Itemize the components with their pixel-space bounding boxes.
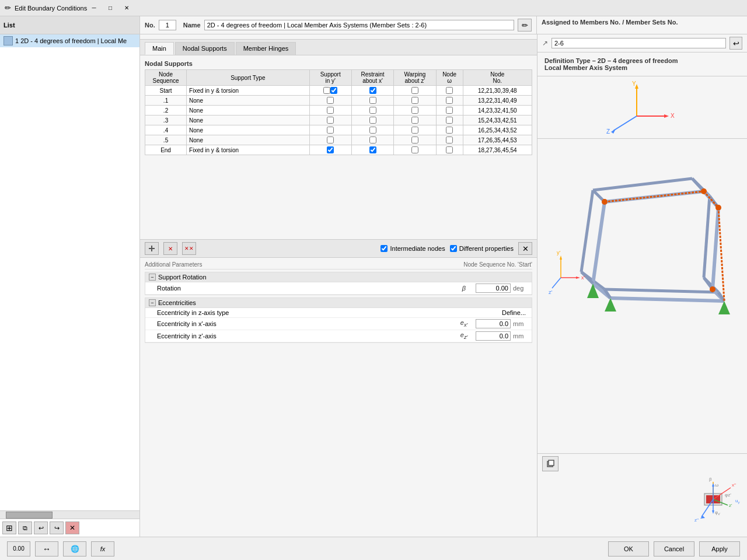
checkbox-rx-start[interactable] bbox=[369, 87, 376, 94]
assigned-edit-button[interactable]: ↩ bbox=[729, 37, 742, 50]
cell-sy-3[interactable] bbox=[309, 116, 351, 125]
checkbox-w-end[interactable] bbox=[446, 146, 453, 153]
cell-rx-start[interactable] bbox=[351, 86, 393, 96]
delete-row2-button[interactable]: ✕✕ bbox=[182, 242, 196, 255]
checkbox-w-1[interactable] bbox=[446, 97, 453, 104]
redo-button[interactable]: ↪ bbox=[50, 522, 64, 534]
tab-member-hinges[interactable]: Member Hinges bbox=[236, 42, 296, 55]
checkbox-rz-start[interactable] bbox=[411, 87, 418, 94]
checkbox-rx-1[interactable] bbox=[369, 97, 376, 104]
cell-w-1[interactable] bbox=[436, 96, 463, 106]
toolbar-close-button[interactable]: ✕ bbox=[518, 242, 532, 255]
cell-w-3[interactable] bbox=[436, 116, 463, 125]
checkbox-sy-3[interactable] bbox=[327, 117, 334, 124]
close-button[interactable]: ✕ bbox=[120, 2, 134, 14]
cell-nodes-3: 15,24,33,42,51 bbox=[463, 116, 532, 125]
cell-sy-start[interactable] bbox=[309, 86, 351, 96]
eccen-z-input[interactable] bbox=[476, 331, 511, 341]
checkbox-rz-4[interactable] bbox=[411, 127, 418, 134]
different-properties-label[interactable]: Different properties bbox=[450, 245, 514, 252]
delete-item-button[interactable]: ✕ bbox=[65, 522, 79, 534]
edit-name-button[interactable]: ✏ bbox=[518, 19, 532, 32]
copy-view-button[interactable] bbox=[542, 456, 558, 471]
checkbox-rz-end[interactable] bbox=[411, 146, 418, 153]
move-button[interactable] bbox=[145, 242, 159, 255]
cell-w-4[interactable] bbox=[436, 125, 463, 135]
undo-button[interactable]: ↩ bbox=[34, 522, 48, 534]
checkbox-sy-end[interactable] bbox=[327, 146, 334, 153]
maximize-button[interactable]: □ bbox=[103, 2, 117, 14]
rotation-value-input[interactable] bbox=[476, 284, 511, 293]
cell-rz-start[interactable] bbox=[394, 86, 436, 96]
cell-w-end[interactable] bbox=[436, 145, 463, 155]
tab-main[interactable]: Main bbox=[145, 42, 174, 55]
checkbox-sy-2[interactable] bbox=[327, 107, 334, 114]
cell-w-2[interactable] bbox=[436, 106, 463, 116]
checkbox-w-4[interactable] bbox=[446, 127, 453, 134]
minimize-button[interactable]: ─ bbox=[87, 2, 101, 14]
cell-rx-3[interactable] bbox=[351, 116, 393, 125]
cell-nodes-4: 16,25,34,43,52 bbox=[463, 125, 532, 135]
globe-button[interactable]: 🌐 bbox=[63, 541, 86, 556]
cell-sy-5[interactable] bbox=[309, 135, 351, 145]
cell-w-start[interactable] bbox=[436, 86, 463, 96]
copy-item-button[interactable]: ⧉ bbox=[18, 522, 32, 534]
cell-sy-2[interactable] bbox=[309, 106, 351, 116]
delete-row-button[interactable]: ✕ bbox=[163, 242, 177, 255]
checkbox-rx-3[interactable] bbox=[369, 117, 376, 124]
checkbox-rx-2[interactable] bbox=[369, 107, 376, 114]
intermediate-nodes-checkbox[interactable] bbox=[381, 245, 388, 252]
function-button[interactable]: fx bbox=[91, 541, 114, 556]
arrow-button[interactable]: ↔ bbox=[35, 541, 58, 556]
eccen-x-input[interactable] bbox=[476, 319, 511, 328]
cell-w-5[interactable] bbox=[436, 135, 463, 145]
apply-button[interactable]: Apply bbox=[699, 541, 740, 556]
checkbox-w-5[interactable] bbox=[446, 136, 453, 144]
cell-rx-4[interactable] bbox=[351, 125, 393, 135]
checkbox-rz-5[interactable] bbox=[411, 136, 418, 144]
cell-rz-5[interactable] bbox=[394, 135, 436, 145]
coordinate-button[interactable]: 0.00 bbox=[7, 541, 30, 556]
cell-rz-2[interactable] bbox=[394, 106, 436, 116]
table-row: Start Fixed in y & torsion bbox=[145, 86, 532, 96]
intermediate-nodes-label[interactable]: Intermediate nodes bbox=[381, 245, 445, 252]
cell-rz-4[interactable] bbox=[394, 125, 436, 135]
checkbox-rx-end[interactable] bbox=[369, 146, 376, 153]
checkbox-rz-3[interactable] bbox=[411, 117, 418, 124]
collapse-rotation-button[interactable]: − bbox=[149, 274, 156, 281]
checkbox-sy-4[interactable] bbox=[327, 127, 334, 134]
cell-rx-1[interactable] bbox=[351, 96, 393, 106]
cell-rz-3[interactable] bbox=[394, 116, 436, 125]
cell-rz-end[interactable] bbox=[394, 145, 436, 155]
list-item[interactable]: 1 2D - 4 degrees of freedom | Local Me bbox=[0, 34, 139, 47]
cell-rx-5[interactable] bbox=[351, 135, 393, 145]
collapse-eccen-button[interactable]: − bbox=[149, 299, 156, 306]
checkbox-sy-start[interactable] bbox=[323, 87, 330, 94]
checkbox-sy-1[interactable] bbox=[327, 97, 334, 104]
tab-nodal-supports[interactable]: Nodal Supports bbox=[175, 42, 235, 55]
cell-rx-2[interactable] bbox=[351, 106, 393, 116]
checkbox-rx-4[interactable] bbox=[369, 127, 376, 134]
right-panel-footer bbox=[537, 453, 747, 474]
svg-marker-37 bbox=[718, 301, 730, 314]
horizontal-scrollbar[interactable] bbox=[0, 510, 139, 519]
checkbox-rx-5[interactable] bbox=[369, 136, 376, 144]
checkbox-sy2-start[interactable] bbox=[330, 87, 337, 94]
name-input[interactable] bbox=[204, 20, 514, 30]
cell-sy-4[interactable] bbox=[309, 125, 351, 135]
assigned-value-input[interactable] bbox=[551, 38, 726, 48]
checkbox-rz-1[interactable] bbox=[411, 97, 418, 104]
cell-sy-1[interactable] bbox=[309, 96, 351, 106]
checkbox-w-2[interactable] bbox=[446, 107, 453, 114]
cell-rz-1[interactable] bbox=[394, 96, 436, 106]
cancel-button[interactable]: Cancel bbox=[654, 541, 694, 556]
different-properties-checkbox[interactable] bbox=[450, 245, 457, 252]
checkbox-w-start[interactable] bbox=[446, 87, 453, 94]
add-item-button[interactable]: ⊞ bbox=[2, 522, 16, 534]
ok-button[interactable]: OK bbox=[608, 541, 649, 556]
checkbox-w-3[interactable] bbox=[446, 117, 453, 124]
cell-sy-end[interactable] bbox=[309, 145, 351, 155]
cell-rx-end[interactable] bbox=[351, 145, 393, 155]
checkbox-rz-2[interactable] bbox=[411, 107, 418, 114]
checkbox-sy-5[interactable] bbox=[327, 136, 334, 144]
